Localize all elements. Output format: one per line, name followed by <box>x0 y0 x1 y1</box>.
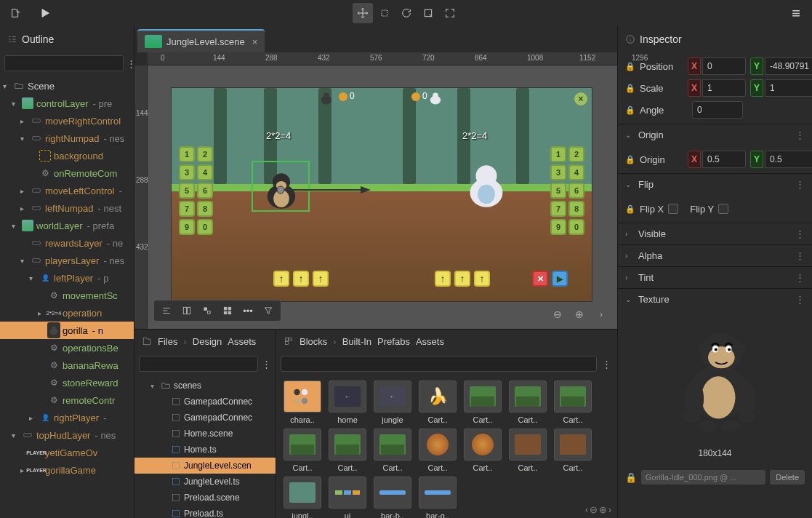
tree-row[interactable]: ▸moveRightControl <box>0 112 134 130</box>
numpad-key[interactable]: 7 <box>550 201 566 217</box>
asset-prev-btn[interactable]: ‹ <box>585 505 588 515</box>
numpad-key[interactable]: 0 <box>568 219 584 235</box>
numpad-key[interactable]: 5 <box>179 183 195 199</box>
numpad-key[interactable]: 5 <box>550 183 566 199</box>
asset-item[interactable]: chara.. <box>282 380 323 424</box>
blocks-crumb-3[interactable]: Assets <box>416 336 444 347</box>
file-row[interactable]: GamepadConnec <box>134 410 276 426</box>
blocks-crumb-2[interactable]: Prefabs <box>377 336 410 347</box>
position-y-input[interactable] <box>765 57 812 75</box>
asset-zoom-out[interactable]: ⊖ <box>590 504 598 515</box>
numpad-key[interactable]: 9 <box>179 219 195 235</box>
files-crumb-2[interactable]: Assets <box>228 336 256 347</box>
transform-tool[interactable] <box>374 3 395 23</box>
flip-section-header[interactable]: ⌄Flip ⋮ <box>618 173 812 195</box>
tree-row[interactable]: rewardsLayer - ne <box>0 234 134 252</box>
layout-btn[interactable] <box>198 301 217 320</box>
tree-row[interactable]: ▾controlLayer - pre <box>0 95 134 112</box>
blocks-crumb-1[interactable]: Built-In <box>342 336 371 347</box>
zoom-out-btn[interactable]: ⊖ <box>547 304 568 324</box>
file-row[interactable]: Preload.ts <box>134 506 276 518</box>
select-tool[interactable] <box>418 3 438 23</box>
open-file-button[interactable] <box>6 3 26 23</box>
fullscreen-tool[interactable] <box>440 3 460 23</box>
zoom-menu-btn[interactable]: › <box>591 304 611 324</box>
refresh-tool[interactable] <box>396 3 417 23</box>
texture-section-header[interactable]: ⌄Texture ⋮ <box>618 288 812 310</box>
asset-item[interactable]: Cart.. <box>507 380 548 424</box>
tree-row[interactable]: bananaRewa <box>0 356 134 374</box>
alpha-section-header[interactable]: ›Alpha ⋮ <box>618 244 812 266</box>
main-menu-button[interactable]: ≡ <box>786 3 806 23</box>
right-numpad[interactable]: 1234567890 <box>550 146 584 253</box>
tree-row[interactable]: ▸2*2=4operation <box>0 304 134 322</box>
files-crumb-1[interactable]: Design <box>193 336 222 347</box>
delete-button[interactable]: Delete <box>770 470 805 485</box>
numpad-key[interactable]: 8 <box>568 201 584 217</box>
asset-item[interactable]: ui <box>327 477 368 518</box>
tree-row-scene[interactable]: ▾ Scene <box>0 77 134 95</box>
tree-row[interactable]: ▾worldLayer - prefa <box>0 217 134 234</box>
close-badge[interactable]: × <box>574 92 587 105</box>
asset-next-btn[interactable]: › <box>608 505 611 515</box>
numpad-key[interactable]: 1 <box>550 146 566 162</box>
asset-item[interactable]: Cart.. <box>417 429 458 472</box>
filter-btn[interactable] <box>259 301 278 320</box>
numpad-key[interactable]: 4 <box>568 164 584 180</box>
asset-zoom-in[interactable]: ⊕ <box>599 504 607 515</box>
outline-search-input[interactable] <box>4 55 124 71</box>
tree-row[interactable]: PLAYERyetiGameOv <box>0 444 134 461</box>
origin-section-header[interactable]: ⌄Origin ⋮ <box>618 124 812 146</box>
asset-item[interactable]: Cart.. <box>372 429 413 472</box>
tint-section-header[interactable]: ›Tint ⋮ <box>618 266 812 288</box>
numpad-key[interactable]: 3 <box>179 164 195 180</box>
numpad-key[interactable]: 6 <box>568 183 584 199</box>
blocks-more-button[interactable]: ⋮ <box>600 356 613 372</box>
tree-row[interactable]: movementSc <box>0 287 134 304</box>
tree-row[interactable]: operationsBe <box>0 339 134 356</box>
tree-row[interactable]: ▾topHudLayer - nes <box>0 426 134 444</box>
numpad-key[interactable]: 2 <box>568 146 584 162</box>
asset-item[interactable]: Cart.. <box>552 429 593 472</box>
asset-item[interactable]: Cart.. <box>327 429 368 472</box>
file-row[interactable]: JungleLevel.scen <box>134 458 276 474</box>
tree-row[interactable]: ▾playersLayer - nes <box>0 252 134 269</box>
origin-x-input[interactable] <box>702 151 746 168</box>
game-canvas[interactable]: × 0 0 2*2=4 2*2=4 1234567890 1234567890 <box>171 87 592 302</box>
asset-item[interactable]: ←home <box>327 380 368 424</box>
asset-item[interactable]: 🍌Cart.. <box>417 380 458 424</box>
asset-item[interactable]: Cart.. <box>462 380 503 424</box>
position-x-input[interactable] <box>702 57 746 75</box>
numpad-key[interactable]: 8 <box>197 201 213 217</box>
tree-row[interactable]: ▸moveLeftControl - <box>0 182 134 199</box>
move-handle[interactable] <box>281 183 375 197</box>
numpad-key[interactable]: 1 <box>179 146 195 162</box>
numpad-key[interactable]: 9 <box>550 219 566 235</box>
blocks-crumb-root[interactable]: Blocks <box>300 336 327 347</box>
lock-icon[interactable]: 🔒 <box>625 62 635 71</box>
asset-item[interactable]: Cart.. <box>282 429 323 472</box>
split-btn[interactable] <box>177 301 196 320</box>
tree-row[interactable]: ▸leftNumpad - nest <box>0 199 134 217</box>
flipy-checkbox[interactable] <box>718 204 728 214</box>
asset-item[interactable]: jungl.. <box>282 477 323 518</box>
yeti-sprite[interactable] <box>462 161 510 210</box>
move-tool[interactable] <box>353 3 373 23</box>
canvas-area[interactable]: × 0 0 2*2=4 2*2=4 1234567890 1234567890 <box>148 65 617 329</box>
files-more-button[interactable]: ⋮ <box>261 356 271 372</box>
more-btn[interactable]: ••• <box>238 301 257 320</box>
numpad-key[interactable]: 3 <box>550 164 566 180</box>
angle-input[interactable] <box>692 101 743 119</box>
tree-row[interactable]: ▾👤leftPlayer - p <box>0 269 134 287</box>
grid-btn[interactable] <box>218 301 237 320</box>
tree-row[interactable]: stoneReward <box>0 374 134 391</box>
scale-y-input[interactable] <box>765 79 812 97</box>
tree-row[interactable]: background <box>0 147 134 164</box>
files-crumb-root[interactable]: Files <box>158 336 177 347</box>
tree-row[interactable]: ▸PLAYERgorillaGame <box>0 461 134 479</box>
numpad-key[interactable]: 7 <box>179 201 195 217</box>
file-row[interactable]: Home.scene <box>134 426 276 442</box>
zoom-in-btn[interactable]: ⊕ <box>569 304 590 324</box>
texture-path[interactable]: Gorilla-Idle_000.png @ ... <box>641 470 765 485</box>
asset-item[interactable]: bar-g.. <box>417 477 458 518</box>
